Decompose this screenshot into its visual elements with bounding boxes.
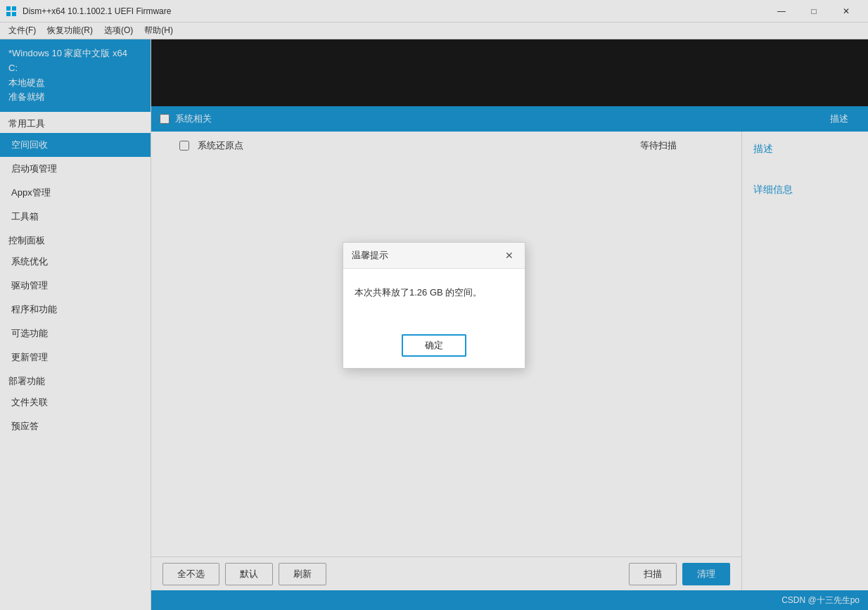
modal-close-button[interactable]: ✕ xyxy=(502,248,516,262)
modal-title: 温馨提示 xyxy=(352,249,388,262)
modal-overlay: 温馨提示 ✕ 本次共释放了1.26 GB 的空间。 确定 xyxy=(0,0,868,610)
modal-body: 本次共释放了1.26 GB 的空间。 xyxy=(343,269,525,329)
modal-message: 本次共释放了1.26 GB 的空间。 xyxy=(355,287,482,298)
modal-dialog: 温馨提示 ✕ 本次共释放了1.26 GB 的空间。 确定 xyxy=(343,242,525,369)
modal-ok-button[interactable]: 确定 xyxy=(402,334,466,357)
modal-footer: 确定 xyxy=(343,329,525,368)
modal-titlebar: 温馨提示 ✕ xyxy=(343,243,525,269)
